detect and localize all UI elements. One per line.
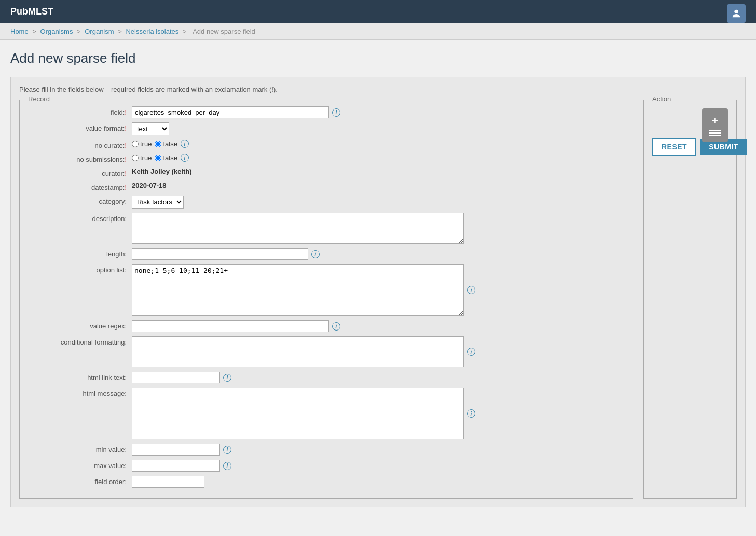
datestamp-label: datestamp:! [28, 182, 132, 191]
breadcrumb-organism[interactable]: Organism [85, 28, 114, 35]
field-order-input[interactable] [132, 476, 204, 488]
value-regex-info-icon[interactable]: i [332, 322, 340, 331]
curator-row: curator:! Keith Jolley (keith) [28, 168, 624, 177]
record-legend: Record [25, 95, 53, 103]
html-message-textarea[interactable] [132, 388, 464, 439]
no-submissions-info-icon[interactable]: i [181, 154, 189, 162]
no-curate-row: no curate:! true false i [28, 140, 624, 149]
doc-line-1 [709, 130, 721, 131]
breadcrumb: Home > Organisms > Organism > Neisseria … [0, 23, 756, 40]
html-message-row: html message: i [28, 388, 624, 439]
field-row: field:! i [28, 106, 624, 118]
no-curate-info-icon[interactable]: i [181, 140, 189, 148]
html-link-text-input[interactable] [132, 372, 220, 383]
value-regex-label: value regex: [28, 320, 132, 330]
form-instructions: Please fill in the fields below – requir… [19, 86, 737, 93]
no-curate-true-label[interactable]: true [132, 140, 152, 148]
curator-control: Keith Jolley (keith) [132, 168, 624, 175]
category-row: category: Risk factors Other [28, 196, 624, 209]
no-submissions-false-label[interactable]: false [155, 154, 177, 162]
no-curate-label: no curate:! [28, 140, 132, 149]
datestamp-value: 2020-07-18 [132, 182, 167, 189]
reset-button[interactable]: RESET [652, 138, 696, 156]
length-input[interactable] [132, 248, 308, 260]
category-control: Risk factors Other [132, 196, 624, 209]
max-value-info-icon[interactable]: i [223, 462, 231, 470]
no-curate-control: true false i [132, 140, 624, 148]
no-curate-false-label[interactable]: false [155, 140, 177, 148]
field-order-label: field order: [28, 476, 132, 486]
breadcrumb-current: Add new sparse field [193, 28, 255, 35]
page-title: Add new sparse field [0, 40, 756, 72]
user-icon-container[interactable] [727, 4, 746, 23]
description-control [132, 213, 624, 244]
no-curate-true-radio[interactable] [132, 141, 139, 147]
curator-label: curator:! [28, 168, 132, 177]
html-link-text-row: html link text: i [28, 372, 624, 383]
value-regex-control: i [132, 320, 624, 332]
no-curate-false-radio[interactable] [155, 141, 161, 147]
app-title: PubMLST [0, 0, 756, 23]
floating-action-icon: + [702, 108, 728, 142]
conditional-formatting-label: conditional formatting: [28, 336, 132, 346]
min-value-label: min value: [28, 444, 132, 453]
option-list-textarea[interactable]: none;1-5;6-10;11-20;21+ [132, 264, 464, 316]
plus-icon: + [712, 114, 719, 128]
breadcrumb-neisseria[interactable]: Neisseria isolates [126, 28, 178, 35]
html-message-info-icon[interactable]: i [467, 409, 475, 418]
user-icon[interactable] [727, 4, 746, 23]
svg-point-0 [734, 10, 738, 13]
conditional-formatting-control: i [132, 336, 624, 367]
field-control: i [132, 106, 624, 118]
category-label: category: [28, 196, 132, 205]
value-regex-input[interactable] [132, 320, 329, 332]
option-list-row: option list: none;1-5;6-10;11-20;21+ i [28, 264, 624, 316]
no-submissions-row: no submissions:! true false i [28, 154, 624, 163]
datestamp-control: 2020-07-18 [132, 182, 624, 189]
field-label: field:! [28, 106, 132, 116]
min-value-input[interactable] [132, 444, 220, 456]
no-submissions-true-radio[interactable] [132, 155, 139, 161]
doc-line-3 [709, 135, 721, 136]
description-label: description: [28, 213, 132, 223]
value-format-label: value format:! [28, 122, 132, 132]
length-control: i [132, 248, 624, 260]
field-order-row: field order: [28, 476, 624, 488]
datestamp-row: datestamp:! 2020-07-18 [28, 182, 624, 191]
app-title-text: PubMLST [10, 6, 53, 17]
html-message-label: html message: [28, 388, 132, 397]
description-textarea[interactable] [132, 213, 464, 244]
max-value-label: max value: [28, 460, 132, 470]
no-submissions-false-radio[interactable] [155, 155, 161, 161]
no-submissions-label: no submissions:! [28, 154, 132, 163]
max-value-control: i [132, 460, 624, 472]
field-order-control [132, 476, 624, 488]
html-link-text-label: html link text: [28, 372, 132, 381]
value-format-control: text integer float date [132, 122, 624, 135]
html-message-control: i [132, 388, 624, 439]
breadcrumb-organisms[interactable]: Organisms [40, 28, 73, 35]
category-select[interactable]: Risk factors Other [132, 196, 184, 209]
no-submissions-true-label[interactable]: true [132, 154, 152, 162]
value-format-select[interactable]: text integer float date [132, 122, 169, 135]
length-info-icon[interactable]: i [311, 250, 320, 258]
description-row: description: [28, 213, 624, 244]
breadcrumb-home[interactable]: Home [10, 28, 29, 35]
length-row: length: i [28, 248, 624, 260]
option-list-info-icon[interactable]: i [467, 286, 475, 294]
option-list-label: option list: [28, 264, 132, 274]
curator-value: Keith Jolley (keith) [132, 168, 192, 175]
value-regex-row: value regex: i [28, 320, 624, 332]
max-value-input[interactable] [132, 460, 220, 472]
conditional-formatting-textarea[interactable] [132, 336, 464, 367]
html-link-text-control: i [132, 372, 624, 383]
min-value-row: min value: i [28, 444, 624, 456]
field-input[interactable] [132, 106, 329, 118]
conditional-formatting-row: conditional formatting: i [28, 336, 624, 367]
option-list-control: none;1-5;6-10;11-20;21+ i [132, 264, 624, 316]
html-link-text-info-icon[interactable]: i [223, 374, 231, 382]
min-value-control: i [132, 444, 624, 456]
conditional-formatting-info-icon[interactable]: i [467, 348, 475, 356]
field-info-icon[interactable]: i [332, 108, 340, 117]
min-value-info-icon[interactable]: i [223, 446, 231, 454]
